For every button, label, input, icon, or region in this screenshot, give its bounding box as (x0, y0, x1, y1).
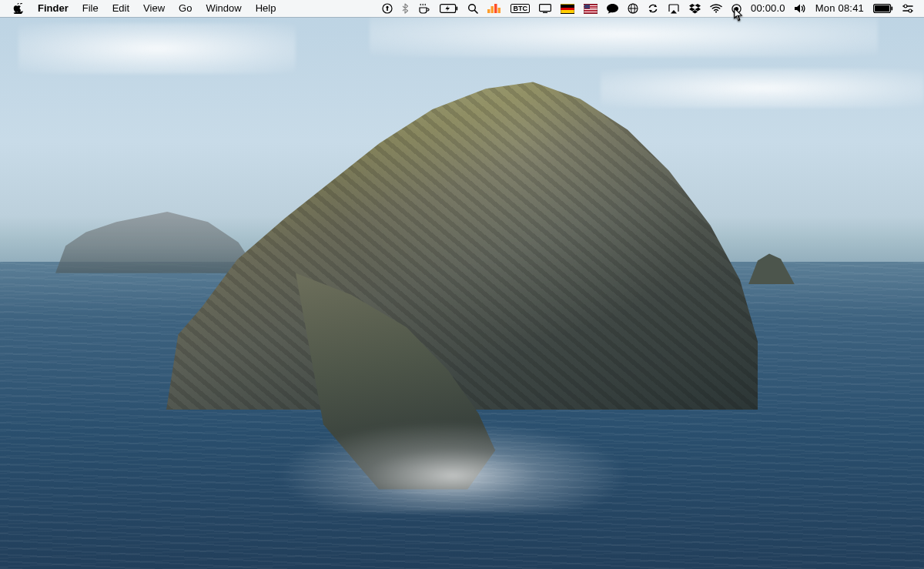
airplay-icon (668, 4, 680, 14)
svg-rect-7 (487, 9, 490, 13)
flag-us-icon (584, 4, 598, 14)
svg-rect-21 (891, 7, 892, 11)
svg-point-24 (904, 5, 907, 8)
status-dropbox[interactable] (685, 0, 705, 17)
status-istat[interactable] (483, 0, 506, 17)
wifi-icon (710, 4, 722, 13)
svg-point-18 (735, 6, 738, 10)
svg-rect-4 (457, 7, 458, 11)
status-clock-label: Mon 08:41 (815, 0, 864, 17)
status-1password[interactable] (377, 0, 397, 17)
svg-rect-20 (875, 5, 889, 12)
status-battery-menu[interactable] (435, 0, 463, 17)
app-menu-label: Finder (38, 0, 69, 17)
status-record[interactable] (727, 0, 746, 17)
btc-label: BTC (511, 4, 530, 13)
status-messages[interactable] (602, 0, 623, 17)
search-icon (467, 3, 478, 14)
status-input-us[interactable] (579, 0, 602, 17)
svg-rect-8 (491, 6, 494, 13)
menu-edit-label: Edit (112, 0, 129, 17)
flag-de-icon (561, 4, 574, 14)
battery-charging-icon (440, 4, 458, 13)
status-control-center[interactable] (898, 0, 918, 17)
svg-point-25 (909, 9, 912, 12)
status-bluetooth[interactable] (397, 0, 413, 17)
status-spotlight[interactable] (463, 0, 483, 17)
display-icon (539, 4, 551, 13)
svg-rect-9 (494, 4, 497, 13)
desktop-wallpaper[interactable] (0, 0, 924, 569)
menu-go-label: Go (179, 0, 192, 17)
svg-rect-2 (387, 8, 389, 11)
menu-edit[interactable]: Edit (105, 0, 136, 17)
menu-file-label: File (82, 0, 99, 17)
dropbox-icon (689, 4, 701, 14)
app-menu[interactable]: Finder (31, 0, 75, 17)
apple-menu[interactable] (6, 0, 31, 17)
status-btc-ticker[interactable]: BTC (506, 0, 534, 17)
menu-go[interactable]: Go (172, 0, 199, 17)
sliders-icon (902, 4, 913, 13)
svg-point-16 (715, 11, 717, 12)
status-area: BTC (377, 0, 918, 17)
svg-rect-10 (498, 8, 501, 13)
status-timer[interactable]: 00:00.0 (746, 0, 790, 17)
bar-graph-icon (487, 4, 501, 13)
status-wifi[interactable] (705, 0, 727, 17)
volume-icon (795, 4, 806, 13)
status-sync[interactable] (643, 0, 663, 17)
menu-window-label: Window (206, 0, 241, 17)
menu-bar: Finder File Edit View Go Window Help (0, 0, 924, 17)
svg-rect-11 (540, 5, 551, 12)
status-display[interactable] (534, 0, 556, 17)
menu-help[interactable]: Help (249, 0, 283, 17)
menu-help-label: Help (256, 0, 276, 17)
status-input-german[interactable] (556, 0, 579, 17)
status-battery[interactable] (869, 0, 898, 17)
battery-icon (873, 4, 893, 13)
menu-window[interactable]: Window (199, 0, 248, 17)
speech-bubble-icon (607, 4, 618, 14)
menu-view[interactable]: View (136, 0, 172, 17)
coffee-cup-icon (418, 3, 430, 14)
menu-file[interactable]: File (75, 0, 105, 17)
keyhole-icon (382, 3, 393, 14)
record-icon (732, 4, 742, 14)
sync-icon (648, 3, 658, 14)
wallpaper-foam (277, 421, 628, 512)
globe-icon (628, 3, 638, 14)
status-clock[interactable]: Mon 08:41 (811, 0, 869, 17)
svg-line-6 (475, 10, 478, 13)
status-timer-label: 00:00.0 (751, 0, 785, 17)
menu-view-label: View (143, 0, 165, 17)
status-airplay[interactable] (663, 0, 685, 17)
status-caffeine[interactable] (413, 0, 435, 17)
bluetooth-icon (402, 3, 409, 14)
status-volume[interactable] (790, 0, 811, 17)
status-vpn[interactable] (623, 0, 643, 17)
